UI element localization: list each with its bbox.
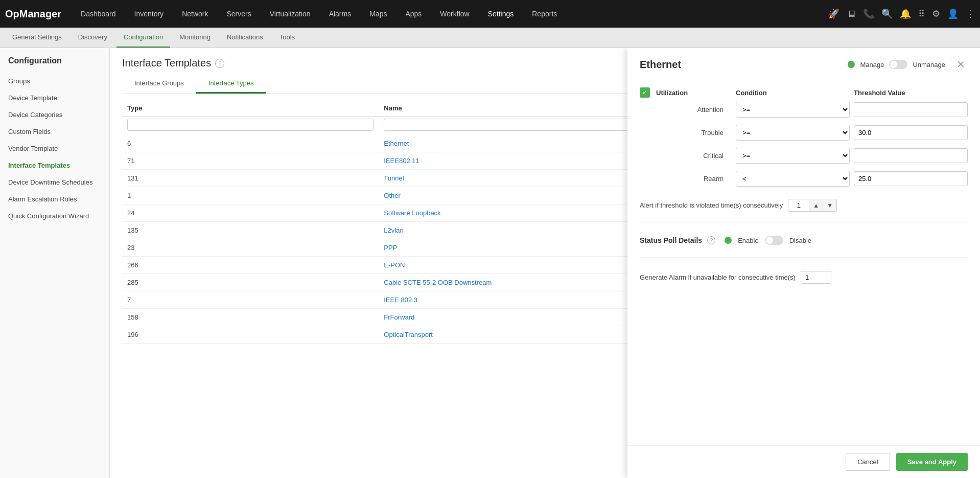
nav-monitoring[interactable]: Monitoring	[172, 28, 218, 48]
trouble-value[interactable]	[854, 125, 968, 140]
disable-label: Disable	[789, 237, 811, 244]
nav-reports[interactable]: Reports	[523, 0, 566, 28]
sidebar-item-device-categories[interactable]: Device Categories	[0, 106, 109, 123]
save-apply-button[interactable]: Save and Apply	[896, 453, 968, 471]
sidebar-item-device-downtime[interactable]: Device Downtime Schedules	[0, 174, 109, 191]
tab-interface-groups[interactable]: Interface Groups	[122, 74, 196, 94]
alert-row: Alert if threshold is violated time(s) c…	[640, 194, 968, 222]
nav-workflow[interactable]: Workflow	[431, 0, 478, 28]
launch-icon[interactable]: 🚀	[828, 8, 839, 19]
utilization-header-row: ✓ Utilization Condition Threshold Value	[640, 87, 968, 102]
alert-value-input[interactable]	[788, 199, 809, 211]
nav-dashboard[interactable]: Dashboard	[72, 0, 125, 28]
stepper-down[interactable]: ▼	[823, 200, 836, 211]
nav-items: Dashboard Inventory Network Servers Virt…	[72, 0, 828, 28]
nav-alarms[interactable]: Alarms	[320, 0, 361, 28]
phone-icon[interactable]: 📞	[863, 8, 874, 19]
nav-tools[interactable]: Tools	[272, 28, 302, 48]
alarm-text: Generate Alarm if unavailable for consec…	[640, 274, 796, 281]
sidebar-item-alarm-escalation[interactable]: Alarm Escalation Rules	[0, 191, 109, 208]
top-nav-right: 🚀 🖥 📞 🔍 🔔 ⠿ ⚙ 👤 ⋮	[828, 8, 975, 19]
nav-network[interactable]: Network	[173, 0, 217, 28]
critical-value[interactable]	[854, 148, 968, 163]
stepper-up[interactable]: ▲	[809, 200, 823, 211]
status-poll-section: Status Poll Details ? Enable Disable	[640, 231, 968, 258]
condition-label: Condition	[736, 89, 850, 97]
alert-text: Alert if threshold is violated time(s) c…	[640, 201, 783, 209]
nav-virtualization[interactable]: Virtualization	[261, 0, 320, 28]
attention-value[interactable]	[854, 102, 968, 117]
manage-toggle-switch[interactable]	[889, 60, 907, 69]
sidebar-item-vendor-template[interactable]: Vendor Template	[0, 140, 109, 157]
status-poll-header: Status Poll Details ? Enable Disable	[640, 236, 968, 245]
threshold-label: Threshold Value	[854, 89, 968, 97]
threshold-row-trouble: Trouble >= > <= <	[640, 125, 968, 141]
top-nav: OpManager Dashboard Inventory Network Se…	[0, 0, 980, 28]
bell-icon[interactable]: 🔔	[900, 8, 911, 19]
manage-toggle: Manage Unmanage	[848, 60, 945, 69]
search-icon[interactable]: 🔍	[881, 8, 893, 19]
filter-type[interactable]	[127, 119, 374, 131]
threshold-row-attention: Attention >= > <= <	[640, 102, 968, 118]
more-icon[interactable]: ⋮	[966, 8, 975, 19]
trouble-condition[interactable]: >= > <= <	[736, 125, 850, 141]
threshold-row-critical: Critical >= > <= <	[640, 148, 968, 164]
enable-dot	[725, 237, 732, 244]
rearm-label: Rearm	[640, 175, 732, 183]
alert-stepper: ▲ ▼	[788, 199, 837, 212]
manage-label: Manage	[860, 61, 884, 69]
nav-settings[interactable]: Settings	[479, 0, 523, 28]
utilization-checkbox[interactable]: ✓	[640, 87, 650, 98]
sidebar-item-groups[interactable]: Groups	[0, 73, 109, 89]
panel-footer: Cancel Save and Apply	[627, 445, 980, 478]
trouble-label: Trouble	[640, 129, 732, 136]
rearm-condition[interactable]: < <= >= >	[736, 171, 850, 187]
close-button[interactable]: ✕	[953, 57, 968, 72]
gear-icon[interactable]: ⚙	[932, 8, 940, 19]
nav-inventory[interactable]: Inventory	[125, 0, 173, 28]
critical-label: Critical	[640, 152, 732, 160]
enable-disable-switch[interactable]	[765, 236, 783, 245]
main-layout: Configuration Groups Device Template Dev…	[0, 48, 980, 478]
alarm-value-input[interactable]	[801, 271, 831, 284]
help-icon[interactable]: ?	[215, 59, 224, 68]
panel: Ethernet Manage Unmanage ✕ ✓ Utilization	[627, 48, 980, 478]
nav-maps[interactable]: Maps	[360, 0, 396, 28]
unmanage-label: Unmanage	[913, 61, 945, 69]
attention-label: Attention	[640, 106, 732, 113]
brand-logo[interactable]: OpManager	[5, 8, 61, 20]
panel-title: Ethernet	[640, 59, 839, 71]
panel-body: ✓ Utilization Condition Threshold Value …	[627, 79, 980, 445]
sidebar-title: Configuration	[0, 56, 109, 73]
sidebar-item-quick-config[interactable]: Quick Configuration Wizard	[0, 208, 109, 224]
cancel-button[interactable]: Cancel	[846, 453, 890, 471]
disable-group: Disable	[789, 237, 811, 244]
enable-label: Enable	[738, 237, 758, 244]
enable-disable: Enable Disable	[725, 236, 811, 245]
nav-notifications[interactable]: Notifications	[220, 28, 270, 48]
content-area: Interface Templates ? Interface Groups I…	[110, 48, 980, 478]
second-nav: General Settings Discovery Configuration…	[0, 28, 980, 48]
sidebar-item-custom-fields[interactable]: Custom Fields	[0, 123, 109, 140]
rearm-value[interactable]	[854, 171, 968, 186]
attention-condition[interactable]: >= > <= <	[736, 102, 850, 118]
user-icon[interactable]: 👤	[947, 8, 959, 19]
threshold-row-rearm: Rearm < <= >= >	[640, 171, 968, 187]
enable-group: Enable	[738, 237, 758, 244]
panel-header: Ethernet Manage Unmanage ✕	[627, 48, 980, 79]
col-header-type: Type	[122, 100, 379, 117]
sidebar-item-device-template[interactable]: Device Template	[0, 89, 109, 106]
sidebar-item-interface-templates[interactable]: Interface Templates	[0, 157, 109, 174]
grid-icon[interactable]: ⠿	[918, 8, 925, 19]
alarm-row: Generate Alarm if unavailable for consec…	[640, 266, 968, 289]
status-poll-help[interactable]: ?	[707, 236, 715, 244]
critical-condition[interactable]: >= > <= <	[736, 148, 850, 164]
nav-configuration[interactable]: Configuration	[116, 28, 170, 48]
monitor-icon[interactable]: 🖥	[847, 9, 856, 19]
nav-servers[interactable]: Servers	[217, 0, 260, 28]
tab-interface-types[interactable]: Interface Types	[196, 74, 266, 94]
nav-discovery[interactable]: Discovery	[71, 28, 114, 48]
nav-general-settings[interactable]: General Settings	[5, 28, 69, 48]
status-poll-title: Status Poll Details	[640, 236, 702, 244]
nav-apps[interactable]: Apps	[396, 0, 431, 28]
